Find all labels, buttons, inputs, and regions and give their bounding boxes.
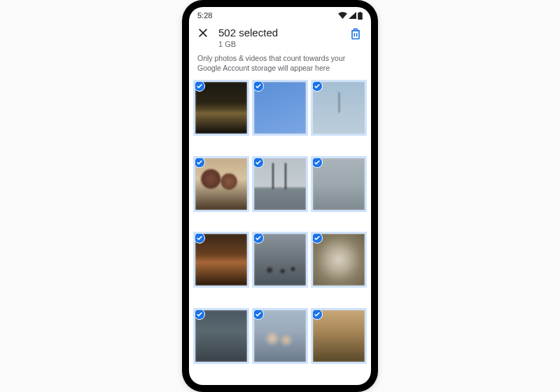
storage-notice: Only photos & videos that count towards … (189, 52, 371, 80)
photo-thumb[interactable] (311, 156, 367, 212)
wifi-icon (338, 12, 347, 19)
svg-rect-0 (358, 13, 363, 20)
checkmark-icon (253, 309, 264, 320)
close-button[interactable] (197, 27, 209, 41)
selection-size: 1 GB (218, 39, 339, 49)
delete-button[interactable] (349, 27, 363, 43)
checkmark-icon (312, 80, 323, 92)
phone-frame: 5:28 502 selected 1 GB Only photos & vid… (182, 0, 378, 392)
photo-thumb[interactable] (252, 156, 308, 212)
photo-grid (189, 80, 371, 385)
photo-thumb[interactable] (311, 232, 367, 288)
photo-thumb[interactable] (252, 232, 308, 288)
selection-header: 502 selected 1 GB (189, 22, 371, 52)
photo-thumb[interactable] (193, 156, 249, 212)
clock: 5:28 (197, 11, 212, 20)
status-icons (338, 12, 363, 20)
photo-thumb[interactable] (193, 232, 249, 288)
checkmark-icon (312, 232, 323, 244)
checkmark-icon (253, 232, 264, 244)
close-icon (197, 27, 209, 38)
checkmark-icon (312, 157, 323, 168)
screen: 5:28 502 selected 1 GB Only photos & vid… (189, 7, 371, 385)
checkmark-icon (194, 309, 205, 320)
checkmark-icon (194, 232, 205, 244)
battery-icon (358, 12, 363, 20)
selection-count: 502 selected (218, 27, 339, 39)
photo-thumb[interactable] (252, 308, 308, 364)
photo-thumb[interactable] (193, 308, 249, 364)
checkmark-icon (253, 157, 264, 168)
checkmark-icon (312, 309, 323, 320)
status-bar: 5:28 (189, 7, 371, 22)
photo-thumb[interactable] (311, 308, 367, 364)
signal-icon (349, 12, 356, 19)
header-text: 502 selected 1 GB (218, 27, 339, 49)
photo-thumb[interactable] (193, 80, 249, 136)
checkmark-icon (194, 80, 205, 92)
photo-thumb[interactable] (252, 80, 308, 136)
trash-icon (349, 27, 363, 41)
svg-rect-1 (359, 12, 360, 13)
checkmark-icon (253, 80, 264, 92)
checkmark-icon (194, 157, 205, 168)
photo-thumb[interactable] (311, 80, 367, 136)
